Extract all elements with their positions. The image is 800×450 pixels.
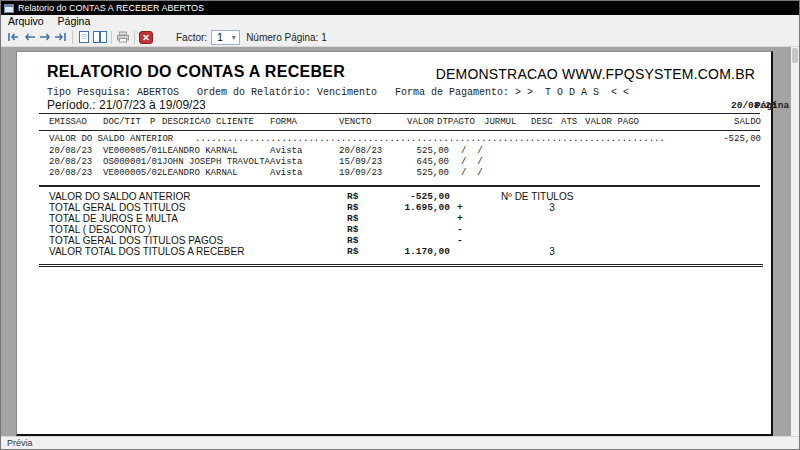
report-date-page: 20/08/23Pagina.: 001 xyxy=(731,100,755,111)
summary-label: TOTAL GERAL DOS TITULOS xyxy=(49,202,186,213)
column-header: DOC/TIT xyxy=(103,117,141,127)
report-filters: Tipo Pesquisa: ABERTOS Ordem do Relatóri… xyxy=(47,87,629,98)
divider-double xyxy=(39,264,763,267)
column-header: SALDO xyxy=(707,117,761,127)
summary-label: TOTAL ( DESCONTO ) xyxy=(49,224,151,235)
cell-cliente: LEANDRO KARNAL xyxy=(162,146,238,156)
last-page-icon xyxy=(54,32,68,42)
summary-row: VALOR DO SALDO ANTERIORR$-525,00Nº DE TI… xyxy=(17,191,774,202)
summary-label: VALOR TOTAL DOS TITULOS A RECEBER xyxy=(49,246,244,257)
demo-banner: DEMONSTRACAO WWW.FPQSYSTEM.COM.BR xyxy=(436,66,755,82)
currency-symbol: R$ xyxy=(347,213,358,224)
currency-symbol: R$ xyxy=(347,235,358,246)
summary-row: TOTAL ( DESCONTO )R$- xyxy=(17,224,774,235)
cell-vencto: 19/09/23 xyxy=(339,168,382,178)
next-page-icon xyxy=(39,32,52,42)
column-header: ATS xyxy=(561,117,577,127)
cell-forma: Avista xyxy=(270,157,302,167)
cell-cliente: JOHN JOSEPH TRAVOLTA xyxy=(162,157,270,167)
preview-area: RELATORIO DO CONTAS A RECEBER DEMONSTRAC… xyxy=(1,47,799,436)
menubar: Arquivo Página xyxy=(1,15,799,28)
print-button[interactable] xyxy=(115,29,131,45)
report-page: RELATORIO DO CONTAS A RECEBER DEMONSTRAC… xyxy=(16,51,773,436)
cell-forma: Avista xyxy=(270,168,302,178)
toolbar-separator xyxy=(111,31,112,44)
column-header: DESC xyxy=(531,117,553,127)
one-page-view-icon xyxy=(78,30,90,44)
vertical-scrollbar[interactable]: ▼ xyxy=(791,47,799,449)
table-row: 20/08/23OS000001/01JOHN JOSEPH TRAVOLTAA… xyxy=(17,157,774,168)
summary-value: -525,00 xyxy=(353,191,450,202)
summary-sign: - xyxy=(457,224,463,235)
summary-count: 3 xyxy=(487,246,617,257)
next-page-button[interactable] xyxy=(37,29,53,45)
table-row: 20/08/23VE000005/01LEANDRO KARNALAvista2… xyxy=(17,146,774,157)
column-header: JURMUL xyxy=(484,117,516,127)
count-header: Nº DE TITULOS xyxy=(501,191,573,202)
cell-vencto: 20/08/23 xyxy=(339,146,382,156)
toolbar-separator xyxy=(72,31,73,44)
cell-dtpagto: / / xyxy=(461,146,483,156)
column-header: P xyxy=(150,117,155,127)
cell-emissao: 20/08/23 xyxy=(49,168,92,178)
app-window: Relatorio do CONTAS A RECEBER ABERTOS Ar… xyxy=(0,0,800,450)
dot-leader: ........................................… xyxy=(195,134,665,144)
column-header: VALOR xyxy=(407,117,434,127)
scrollbar-thumb[interactable] xyxy=(792,48,798,63)
column-header: DTPAGTO xyxy=(437,117,475,127)
menu-arquivo[interactable]: Arquivo xyxy=(1,15,51,28)
summary-row: TOTAL DE JUROS E MULTAR$+ xyxy=(17,213,774,224)
cell-cliente: LEANDRO KARNAL xyxy=(162,168,238,178)
currency-symbol: R$ xyxy=(347,224,358,235)
summary-label: VALOR DO SALDO ANTERIOR xyxy=(49,191,191,202)
cell-doc: VE000005/01 xyxy=(103,146,162,156)
first-page-button[interactable] xyxy=(5,29,21,45)
divider-thick xyxy=(39,185,760,187)
saldo-anterior-label: VALOR DO SALDO ANTERIOR xyxy=(49,134,173,144)
window-title: Relatorio do CONTAS A RECEBER ABERTOS xyxy=(18,3,204,13)
menu-pagina[interactable]: Página xyxy=(51,15,98,28)
table-header-row: EMISSAODOC/TITPDESCRICAO CLIENTEFORMAVEN… xyxy=(17,117,774,128)
summary-sign: + xyxy=(457,213,463,224)
toolbar-separator xyxy=(134,31,135,44)
previous-page-button[interactable] xyxy=(21,29,37,45)
saldo-anterior-row: VALOR DO SALDO ANTERIOR.................… xyxy=(17,134,774,145)
summary-label: TOTAL DE JUROS E MULTA xyxy=(49,213,178,224)
divider xyxy=(39,130,760,131)
chevron-down-icon: ▼ xyxy=(230,34,237,41)
cell-valor: 525,00 xyxy=(389,146,449,156)
table-row: 20/08/23VE000005/02LEANDRO KARNALAvista1… xyxy=(17,168,774,179)
summary-sign: - xyxy=(457,235,463,246)
cell-dtpagto: / / xyxy=(461,168,483,178)
last-page-button[interactable] xyxy=(53,29,69,45)
column-header: VALOR PAGO xyxy=(585,117,639,127)
summary-label: TOTAL GERAL DOS TITULOS PAGOS xyxy=(49,235,223,246)
saldo-anterior-value: -525,00 xyxy=(677,134,761,144)
cell-doc: OS000001/01 xyxy=(103,157,162,167)
statusbar: Prévia xyxy=(1,436,799,449)
one-page-view-button[interactable] xyxy=(76,29,92,45)
factor-select[interactable]: 1 ▼ xyxy=(211,30,240,45)
cell-vencto: 15/09/23 xyxy=(339,157,382,167)
divider xyxy=(39,113,760,114)
previous-page-icon xyxy=(23,32,36,42)
summary-row: VALOR TOTAL DOS TITULOS A RECEBERR$1.170… xyxy=(17,246,774,257)
print-icon xyxy=(116,31,130,43)
cell-emissao: 20/08/23 xyxy=(49,146,92,156)
titlebar: Relatorio do CONTAS A RECEBER ABERTOS xyxy=(1,1,799,15)
close-preview-button[interactable] xyxy=(138,29,154,45)
cell-forma: Avista xyxy=(270,146,302,156)
cell-dtpagto: / / xyxy=(461,157,483,167)
summary-value: 1.170,00 xyxy=(353,246,450,257)
summary-sign: + xyxy=(457,202,463,213)
status-text: Prévia xyxy=(7,438,33,448)
two-page-view-button[interactable] xyxy=(92,29,108,45)
cell-valor: 525,00 xyxy=(389,168,449,178)
summary-count: 3 xyxy=(487,202,617,213)
cell-valor: 645,00 xyxy=(389,157,449,167)
first-page-icon xyxy=(6,32,20,42)
toolbar: Factor: 1 ▼ Número Página: 1 xyxy=(1,28,799,47)
close-icon xyxy=(139,31,153,44)
column-header: EMISSAO xyxy=(49,117,87,127)
window-icon xyxy=(4,4,14,13)
